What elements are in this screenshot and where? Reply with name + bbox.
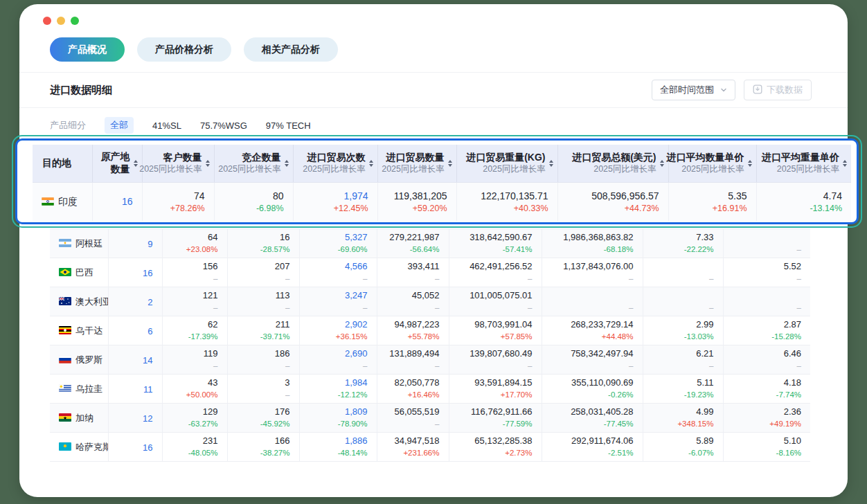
cell-value: 2.99 (643, 319, 714, 331)
cell-growth-rate: -6.98% (215, 203, 284, 214)
cell-value: 7.33 (643, 232, 714, 244)
cell-growth-rate: +57.85% (449, 332, 533, 342)
origin-count-link[interactable]: 9 (148, 239, 152, 249)
cell-value[interactable]: 1,984 (300, 377, 368, 389)
tab-product-price-analysis[interactable]: 产品价格分析 (137, 37, 231, 62)
sort-asc-icon (285, 160, 289, 163)
cell-growth-rate: -56.64% (377, 244, 440, 255)
cell-value: 129 (163, 406, 218, 418)
minimize-window-button[interactable] (57, 17, 65, 25)
cell-value[interactable]: 2,690 (300, 348, 368, 360)
cell-trade-weight-kg: 101,005,075.01– (449, 287, 542, 316)
column-title: 进口贸易总额(美元) (572, 152, 656, 164)
filter-option-tech[interactable]: 97% TECH (266, 120, 311, 131)
cell-growth-rate: +44.48% (542, 332, 634, 342)
sort-button[interactable] (748, 160, 752, 167)
time-range-select[interactable]: 全部时间范围 (652, 80, 735, 100)
cell-customer-count: 62-17.39% (162, 316, 227, 345)
cell-trade-quantity: 393,411– (377, 258, 449, 287)
cell-value: 5.10 (724, 435, 802, 447)
cell-value: 186 (228, 348, 290, 360)
filter-option-sl[interactable]: 41%SL (152, 120, 181, 131)
sort-button[interactable] (134, 160, 138, 167)
cell-trade-total-usd: – (542, 287, 643, 316)
cell-growth-rate: – (724, 303, 802, 313)
header-row: 目的地原产地数量客户数量2025同比增长率竞企数量2025同比增长率进口贸易次数… (33, 145, 851, 182)
filter-option-all[interactable]: 全部 (105, 117, 134, 134)
country-label: 澳大利亚 (75, 296, 108, 307)
country-label: 加纳 (75, 413, 93, 423)
cell-value: 393,411 (377, 261, 440, 273)
cell-growth-rate: – (377, 303, 440, 313)
cell-growth-rate: – (228, 303, 290, 313)
filter-option-wsg[interactable]: 75.7%WSG (200, 120, 247, 131)
sort-button[interactable] (285, 160, 289, 167)
cell-value: 6.46 (724, 348, 802, 360)
cell-value[interactable]: 1,886 (300, 435, 368, 447)
highlight-annotation-box: 目的地原产地数量客户数量2025同比增长率竞企数量2025同比增长率进口贸易次数… (15, 138, 859, 224)
cell-value[interactable]: 5,327 (300, 232, 368, 244)
cell-growth-rate: -63.27% (163, 419, 218, 429)
cell-growth-rate: – (300, 361, 368, 371)
origin-count-link[interactable]: 6 (148, 326, 152, 336)
cell-value (643, 290, 714, 302)
sort-button[interactable] (206, 160, 210, 167)
cell-trade-weight-kg: 462,491,256.52– (449, 258, 542, 287)
cell-trade-quantity: 45,052– (377, 287, 449, 316)
cell-growth-rate: -77.45% (542, 419, 634, 429)
cell-avg-quantity-price: 6.21– (643, 345, 723, 375)
cell-trade-weight-kg: 98,703,991.04+57.85% (449, 316, 542, 345)
origin-count-link[interactable]: 14 (143, 355, 152, 366)
column-title: 目的地 (42, 157, 71, 170)
sort-asc-icon (448, 160, 452, 163)
sort-button[interactable] (660, 160, 664, 167)
sort-button[interactable] (448, 160, 452, 167)
sort-button[interactable] (549, 160, 553, 167)
window-controls (43, 17, 79, 25)
cell-growth-rate: +231.66% (377, 448, 440, 458)
close-window-button[interactable] (43, 17, 51, 25)
origin-count-link[interactable]: 16 (122, 196, 133, 207)
cell-value[interactable]: 2,902 (300, 319, 368, 331)
tab-product-overview[interactable]: 产品概况 (50, 37, 125, 62)
sort-button[interactable] (843, 160, 847, 167)
sort-desc-icon (843, 164, 847, 167)
cell-customer-count: 231-48.05% (162, 433, 227, 462)
cell-value: 74 (143, 190, 205, 202)
country-label: 乌干达 (75, 325, 102, 336)
origin-count-link[interactable]: 16 (143, 442, 152, 453)
download-data-button[interactable]: 下载数据 (744, 80, 812, 100)
cell-value[interactable]: 1,974 (294, 190, 368, 202)
cell-trade-quantity: 34,947,518+231.66% (377, 433, 449, 462)
cell-avg-quantity-price: – (643, 287, 723, 316)
cell-value: 116,762,911.66 (449, 406, 533, 418)
cell-value[interactable]: 4,566 (300, 261, 368, 273)
origin-count-link[interactable]: 2 (148, 297, 152, 307)
maximize-window-button[interactable] (71, 17, 79, 25)
cell-value: 80 (215, 190, 284, 202)
cell-trade-total-usd: 258,031,405.28-77.45% (542, 404, 643, 433)
cell-value: 4.18 (724, 377, 802, 389)
sort-button[interactable] (369, 160, 373, 167)
cell-avg-weight-price: 6.46– (723, 345, 810, 375)
cell-value (643, 261, 714, 273)
cell-value: 279,221,987 (377, 232, 440, 244)
cell-value: 508,596,956.57 (558, 190, 659, 202)
cell-value[interactable]: 1,809 (300, 406, 368, 418)
cell-avg-quantity-price: 7.33-22.22% (643, 229, 723, 258)
origin-count-link[interactable]: 16 (143, 268, 152, 278)
cell-trade-count: 1,886-48.14% (299, 433, 377, 462)
cell-trade-total-usd: 292,911,674.06-2.51% (542, 433, 643, 462)
origin-count-link[interactable]: 12 (143, 413, 152, 424)
cell-competitor-count: 176-45.92% (227, 404, 299, 433)
cell-growth-rate: -48.14% (300, 448, 368, 458)
origin-count-link[interactable]: 11 (143, 384, 153, 395)
cell-value[interactable]: 3,247 (300, 290, 368, 302)
cell-value: 119,381,205 (378, 190, 447, 202)
cell-customer-count: 43+50.00% (162, 375, 227, 404)
cell-growth-rate: +40.33% (457, 203, 548, 214)
column-subtitle: 2025同比增长率 (593, 164, 656, 175)
cell-trade-total-usd: 355,110,090.69-0.26% (542, 375, 643, 404)
cell-customer-count: 64+23.08% (162, 229, 227, 258)
tab-related-product-analysis[interactable]: 相关产品分析 (244, 37, 338, 62)
